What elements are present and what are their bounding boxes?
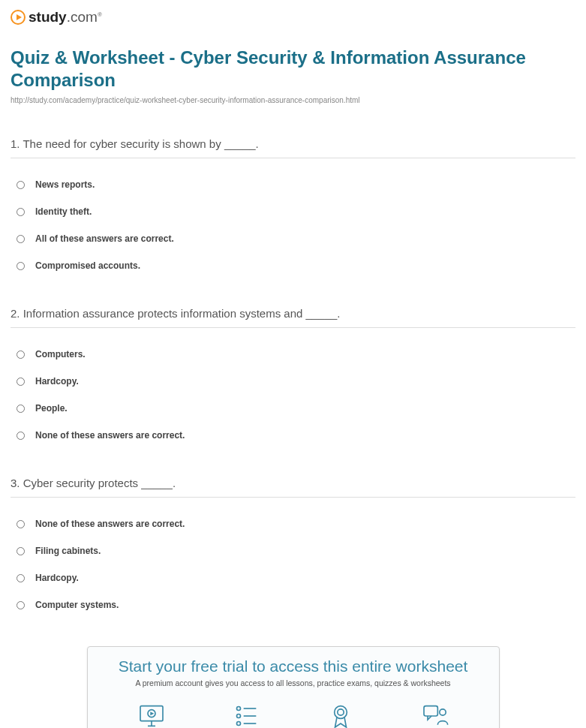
question-stem: The need for cyber security is shown by …	[23, 137, 258, 150]
radio-input[interactable]	[17, 520, 25, 528]
answer-option[interactable]: Filing cabinets.	[11, 541, 575, 561]
certificate-ribbon-icon	[326, 701, 356, 728]
radio-input[interactable]	[17, 601, 25, 609]
svg-point-14	[439, 709, 445, 715]
answer-option[interactable]: Hardcopy.	[11, 568, 575, 588]
play-icon	[11, 10, 26, 25]
question-text: 3. Cyber security protects _____.	[11, 477, 575, 498]
feature-item: Quizzes, practice exams & worksheets	[205, 701, 287, 728]
question-block: 1. The need for cyber security is shown …	[11, 137, 575, 275]
radio-input[interactable]	[17, 574, 25, 582]
brand-suffix: .com	[67, 9, 98, 25]
question-block: 2. Information assurance protects inform…	[11, 307, 575, 445]
question-number: 1.	[11, 137, 20, 150]
answer-option[interactable]: Hardcopy.	[11, 372, 575, 391]
option-label: People.	[35, 403, 68, 414]
page-title: Quiz & Worksheet - Cyber Security & Info…	[11, 47, 575, 92]
option-label: None of these answers are correct.	[35, 519, 185, 529]
svg-marker-2	[150, 711, 154, 715]
feature-item: Certificate of completion	[299, 701, 382, 728]
promo-panel: Start your free trial to access this ent…	[87, 646, 500, 728]
radio-input[interactable]	[17, 405, 25, 413]
answer-option[interactable]: Computer systems.	[11, 595, 575, 615]
brand-logo: study.com®	[11, 9, 575, 26]
radio-input[interactable]	[17, 378, 25, 386]
svg-point-9	[236, 722, 240, 726]
answer-option[interactable]: All of these answers are correct.	[11, 229, 575, 248]
option-label: Filing cabinets.	[35, 546, 101, 556]
radio-input[interactable]	[17, 208, 25, 216]
answer-option[interactable]: People.	[11, 399, 575, 418]
monitor-play-icon	[137, 701, 167, 728]
question-text: 1. The need for cyber security is shown …	[11, 137, 575, 158]
svg-point-12	[337, 709, 343, 715]
option-label: All of these answers are correct.	[35, 233, 174, 244]
question-block: 3. Cyber security protects _____. None o…	[11, 477, 575, 615]
answer-option[interactable]: None of these answers are correct.	[11, 514, 575, 534]
svg-point-11	[334, 706, 347, 719]
svg-point-7	[236, 714, 240, 718]
radio-input[interactable]	[17, 262, 25, 270]
option-label: News reports.	[35, 179, 95, 190]
radio-input[interactable]	[17, 181, 25, 189]
answer-option[interactable]: Identity theft.	[11, 202, 575, 221]
page-url: http://study.com/academy/practice/quiz-w…	[11, 96, 575, 104]
option-label: Hardcopy.	[35, 376, 79, 387]
answer-option[interactable]: Compromised accounts.	[11, 256, 575, 275]
option-label: Compromised accounts.	[35, 260, 140, 271]
checklist-icon	[231, 701, 261, 728]
promo-title: Start your free trial to access this ent…	[88, 657, 499, 675]
question-stem: Cyber security protects _____.	[23, 477, 176, 489]
radio-input[interactable]	[17, 547, 25, 555]
svg-rect-13	[424, 706, 437, 716]
option-label: None of these answers are correct.	[35, 430, 185, 441]
radio-input[interactable]	[17, 350, 25, 359]
option-label: Computer systems.	[35, 600, 119, 610]
answer-option[interactable]: News reports.	[11, 175, 575, 194]
option-label: Hardcopy.	[35, 573, 79, 583]
radio-input[interactable]	[17, 235, 25, 243]
brand-name: study	[29, 9, 67, 25]
option-label: Computers.	[35, 349, 86, 359]
brand-tm: ®	[98, 11, 102, 18]
instructor-chat-icon	[420, 701, 450, 728]
radio-input[interactable]	[17, 432, 25, 440]
feature-item: Access to all video lessons	[110, 701, 193, 728]
question-number: 3.	[11, 477, 20, 489]
answer-option[interactable]: None of these answers are correct.	[11, 426, 575, 445]
svg-point-5	[236, 707, 240, 711]
feature-item: Access to instructors	[394, 701, 476, 728]
answer-option[interactable]: Computers.	[11, 344, 575, 364]
feature-row: Access to all video lessons Quizzes, pra…	[88, 701, 499, 728]
question-stem: Information assurance protects informati…	[23, 307, 341, 320]
promo-subtitle: A premium account gives you access to al…	[88, 678, 499, 687]
brand-text: study.com®	[29, 9, 102, 26]
question-text: 2. Information assurance protects inform…	[11, 307, 575, 328]
option-label: Identity theft.	[35, 206, 92, 217]
question-number: 2.	[11, 307, 20, 320]
